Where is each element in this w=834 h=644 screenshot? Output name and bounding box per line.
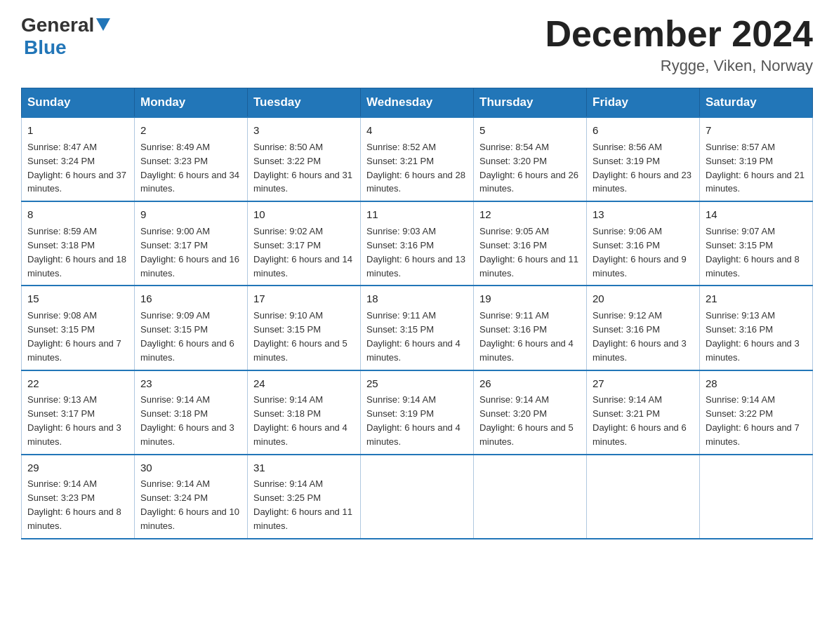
calendar-cell: 28 Sunrise: 9:14 AMSunset: 3:22 PMDaylig… <box>700 370 813 455</box>
day-info: Sunrise: 8:59 AMSunset: 3:18 PMDaylight:… <box>27 226 126 279</box>
svg-marker-0 <box>96 18 110 31</box>
calendar-cell: 29 Sunrise: 9:14 AMSunset: 3:23 PMDaylig… <box>22 455 135 539</box>
day-number: 6 <box>593 123 694 138</box>
calendar-cell: 3 Sunrise: 8:50 AMSunset: 3:22 PMDayligh… <box>248 117 361 201</box>
day-info: Sunrise: 9:03 AMSunset: 3:16 PMDaylight:… <box>366 226 465 279</box>
calendar-cell: 15 Sunrise: 9:08 AMSunset: 3:15 PMDaylig… <box>22 286 135 370</box>
calendar-header-monday: Monday <box>135 88 248 118</box>
calendar-cell <box>474 455 587 539</box>
day-info: Sunrise: 9:13 AMSunset: 3:16 PMDaylight:… <box>706 310 800 363</box>
day-info: Sunrise: 9:14 AMSunset: 3:24 PMDaylight:… <box>140 478 239 531</box>
day-number: 14 <box>706 207 807 222</box>
day-info: Sunrise: 9:12 AMSunset: 3:16 PMDaylight:… <box>593 310 687 363</box>
logo-general-text: General <box>21 14 94 36</box>
calendar-header-thursday: Thursday <box>474 88 587 118</box>
calendar-cell: 24 Sunrise: 9:14 AMSunset: 3:18 PMDaylig… <box>248 370 361 455</box>
day-number: 30 <box>140 460 241 476</box>
calendar-cell: 9 Sunrise: 9:00 AMSunset: 3:17 PMDayligh… <box>135 201 248 286</box>
day-number: 29 <box>27 460 128 476</box>
day-info: Sunrise: 8:57 AMSunset: 3:19 PMDaylight:… <box>706 142 805 194</box>
calendar-cell: 27 Sunrise: 9:14 AMSunset: 3:21 PMDaylig… <box>587 370 700 455</box>
day-number: 15 <box>27 291 128 307</box>
calendar-cell: 14 Sunrise: 9:07 AMSunset: 3:15 PMDaylig… <box>700 201 813 286</box>
day-info: Sunrise: 8:49 AMSunset: 3:23 PMDaylight:… <box>140 142 239 194</box>
day-number: 31 <box>253 460 355 476</box>
calendar-cell: 8 Sunrise: 8:59 AMSunset: 3:18 PMDayligh… <box>22 201 135 286</box>
calendar-cell: 30 Sunrise: 9:14 AMSunset: 3:24 PMDaylig… <box>135 455 248 539</box>
calendar-cell <box>361 455 474 539</box>
day-number: 13 <box>593 207 694 222</box>
day-number: 9 <box>140 207 241 222</box>
day-number: 8 <box>27 207 128 222</box>
day-number: 28 <box>706 376 807 391</box>
day-number: 17 <box>253 291 355 307</box>
day-info: Sunrise: 8:52 AMSunset: 3:21 PMDaylight:… <box>366 142 465 194</box>
day-info: Sunrise: 9:14 AMSunset: 3:18 PMDaylight:… <box>140 394 234 447</box>
day-info: Sunrise: 9:14 AMSunset: 3:25 PMDaylight:… <box>253 478 352 531</box>
day-number: 21 <box>706 291 807 307</box>
day-number: 2 <box>140 123 241 138</box>
calendar-header-saturday: Saturday <box>700 88 813 118</box>
day-info: Sunrise: 9:07 AMSunset: 3:15 PMDaylight:… <box>706 226 800 279</box>
day-info: Sunrise: 8:54 AMSunset: 3:20 PMDaylight:… <box>479 142 578 194</box>
calendar-cell <box>700 455 813 539</box>
day-info: Sunrise: 9:13 AMSunset: 3:17 PMDaylight:… <box>27 394 121 447</box>
logo-blue-text: Blue <box>24 36 110 59</box>
day-number: 27 <box>593 376 694 391</box>
calendar-cell <box>587 455 700 539</box>
day-number: 18 <box>366 291 468 307</box>
calendar-cell: 5 Sunrise: 8:54 AMSunset: 3:20 PMDayligh… <box>474 117 587 201</box>
day-info: Sunrise: 9:14 AMSunset: 3:20 PMDaylight:… <box>479 394 574 447</box>
day-number: 25 <box>366 376 468 391</box>
calendar-week-row: 22 Sunrise: 9:13 AMSunset: 3:17 PMDaylig… <box>22 370 813 455</box>
calendar-cell: 22 Sunrise: 9:13 AMSunset: 3:17 PMDaylig… <box>22 370 135 455</box>
day-number: 10 <box>253 207 355 222</box>
day-number: 16 <box>140 291 241 307</box>
calendar-header-wednesday: Wednesday <box>361 88 474 118</box>
calendar-header-tuesday: Tuesday <box>248 88 361 118</box>
day-info: Sunrise: 9:10 AMSunset: 3:15 PMDaylight:… <box>253 310 348 363</box>
calendar-header-friday: Friday <box>587 88 700 118</box>
day-info: Sunrise: 9:14 AMSunset: 3:18 PMDaylight:… <box>253 394 348 447</box>
day-number: 7 <box>706 123 807 138</box>
day-number: 22 <box>27 376 128 391</box>
calendar-cell: 1 Sunrise: 8:47 AMSunset: 3:24 PMDayligh… <box>22 117 135 201</box>
calendar-week-row: 8 Sunrise: 8:59 AMSunset: 3:18 PMDayligh… <box>22 201 813 286</box>
day-info: Sunrise: 9:14 AMSunset: 3:19 PMDaylight:… <box>366 394 461 447</box>
day-info: Sunrise: 8:47 AMSunset: 3:24 PMDaylight:… <box>27 142 126 194</box>
day-number: 19 <box>479 291 581 307</box>
day-info: Sunrise: 9:09 AMSunset: 3:15 PMDaylight:… <box>140 310 234 363</box>
calendar-cell: 26 Sunrise: 9:14 AMSunset: 3:20 PMDaylig… <box>474 370 587 455</box>
calendar-cell: 16 Sunrise: 9:09 AMSunset: 3:15 PMDaylig… <box>135 286 248 370</box>
month-title: December 2024 <box>545 14 813 54</box>
day-number: 5 <box>479 123 581 138</box>
calendar-cell: 10 Sunrise: 9:02 AMSunset: 3:17 PMDaylig… <box>248 201 361 286</box>
calendar-cell: 19 Sunrise: 9:11 AMSunset: 3:16 PMDaylig… <box>474 286 587 370</box>
calendar-table: SundayMondayTuesdayWednesdayThursdayFrid… <box>21 88 813 539</box>
day-info: Sunrise: 9:11 AMSunset: 3:15 PMDaylight:… <box>366 310 461 363</box>
day-info: Sunrise: 9:05 AMSunset: 3:16 PMDaylight:… <box>479 226 578 279</box>
calendar-cell: 2 Sunrise: 8:49 AMSunset: 3:23 PMDayligh… <box>135 117 248 201</box>
day-number: 1 <box>27 123 128 138</box>
title-section: December 2024 Rygge, Viken, Norway <box>545 14 813 75</box>
day-info: Sunrise: 9:00 AMSunset: 3:17 PMDaylight:… <box>140 226 239 279</box>
day-number: 20 <box>593 291 694 307</box>
calendar-cell: 17 Sunrise: 9:10 AMSunset: 3:15 PMDaylig… <box>248 286 361 370</box>
calendar-cell: 18 Sunrise: 9:11 AMSunset: 3:15 PMDaylig… <box>361 286 474 370</box>
calendar-cell: 25 Sunrise: 9:14 AMSunset: 3:19 PMDaylig… <box>361 370 474 455</box>
day-number: 24 <box>253 376 355 391</box>
day-info: Sunrise: 8:56 AMSunset: 3:19 PMDaylight:… <box>593 142 691 194</box>
calendar-cell: 13 Sunrise: 9:06 AMSunset: 3:16 PMDaylig… <box>587 201 700 286</box>
day-info: Sunrise: 9:02 AMSunset: 3:17 PMDaylight:… <box>253 226 352 279</box>
calendar-header-sunday: Sunday <box>22 88 135 118</box>
calendar-week-row: 1 Sunrise: 8:47 AMSunset: 3:24 PMDayligh… <box>22 117 813 201</box>
calendar-header-row: SundayMondayTuesdayWednesdayThursdayFrid… <box>22 88 813 118</box>
day-info: Sunrise: 9:06 AMSunset: 3:16 PMDaylight:… <box>593 226 687 279</box>
calendar-week-row: 15 Sunrise: 9:08 AMSunset: 3:15 PMDaylig… <box>22 286 813 370</box>
calendar-cell: 7 Sunrise: 8:57 AMSunset: 3:19 PMDayligh… <box>700 117 813 201</box>
calendar-cell: 11 Sunrise: 9:03 AMSunset: 3:16 PMDaylig… <box>361 201 474 286</box>
logo: General Blue <box>21 14 110 59</box>
page-header: General Blue December 2024 Rygge, Viken,… <box>21 14 813 75</box>
day-number: 12 <box>479 207 581 222</box>
day-info: Sunrise: 9:11 AMSunset: 3:16 PMDaylight:… <box>479 310 574 363</box>
